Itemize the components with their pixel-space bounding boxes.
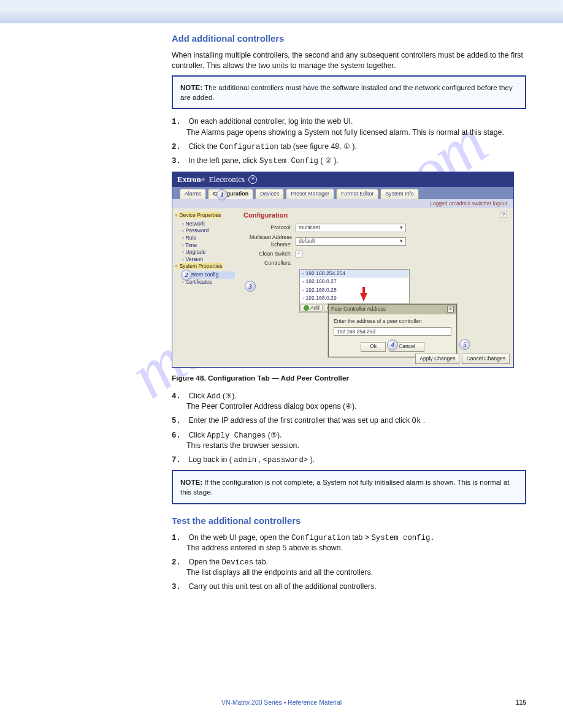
callout-2: 2 [181, 270, 192, 281]
select-value: multicast [299, 224, 320, 232]
note-label: NOTE: [180, 478, 202, 486]
ut-step-2: 2. Open the Devices tab. The list displa… [172, 557, 523, 578]
panel-title-row: Configuration ? [243, 211, 507, 220]
figure-caption: Figure 48. Configuration Tab — Add Peer … [172, 374, 526, 384]
select-value: default [299, 238, 315, 245]
step-num: 7. [172, 455, 186, 466]
key: Ok [412, 417, 421, 425]
step-text-b: tab (see figure 48, [280, 142, 343, 151]
add-button[interactable]: Add [301, 304, 323, 312]
select-protocol[interactable]: multicast ▾ [296, 224, 406, 232]
input-value: 192.168.254.253 [337, 328, 375, 335]
tree-item-network[interactable]: Network [182, 221, 235, 228]
step-tail: . [423, 416, 425, 425]
app-header: Extron ® Electronics [172, 172, 513, 187]
tab-configuration[interactable]: Configuration [208, 189, 253, 199]
step-post: The address entered in step 5 above is s… [186, 543, 343, 553]
footer-product: VN-Matrix 200 Series • Reference Materia… [221, 699, 342, 706]
tab-preset-manager[interactable]: Preset Manager [286, 189, 334, 199]
app-screenshot: Extron ® Electronics Alarms Configuratio… [172, 172, 514, 368]
login-strip[interactable]: Logged on:admin switcher logout [172, 199, 513, 209]
dialog-prompt: Enter the address of a peer controller: [334, 318, 451, 325]
apply-changes-button[interactable]: Apply Changes [415, 354, 459, 365]
step-6: 6. Click Apply Changes (⑤). This restart… [172, 430, 523, 451]
tree-folder-system-properties[interactable]: System Properties [175, 263, 235, 270]
controller-row[interactable]: 192.168.0.28 [300, 286, 409, 295]
step-text: On each additional controller, log into … [188, 117, 353, 126]
select-mcast[interactable]: default ▾ [296, 237, 406, 246]
config-panel: Configuration ? Protocol: multicast ▾ Mu… [237, 208, 513, 366]
checkbox-cleanswitch[interactable]: ✓ [296, 251, 302, 257]
close-icon[interactable]: × [447, 306, 454, 313]
controller-row[interactable]: 192.168.0.29 [300, 294, 409, 303]
step-text: Click the [188, 142, 220, 151]
nav-tree: Device Properties Network Password Role … [172, 208, 237, 366]
circled-ref: ② [325, 156, 332, 165]
tree-item-upgrade[interactable]: Upgrade [182, 249, 235, 256]
main-column: Add additional controllers When installi… [74, 31, 526, 596]
btn-label: Add [310, 305, 320, 311]
cancel-changes-button[interactable]: Cancel Changes [462, 354, 510, 365]
key: <password> [262, 456, 308, 464]
step-num: 6. [172, 431, 186, 441]
step-text: Carry out this unit test on all of the a… [188, 582, 376, 591]
note-text: The additional controllers must have the… [180, 83, 513, 101]
app-body: Device Properties Network Password Role … [172, 208, 513, 366]
intro-paragraph: When installing multiple controllers, th… [172, 50, 523, 70]
dialog-title: Peer Controller Address [331, 306, 386, 313]
key: Devices [221, 558, 253, 567]
tab-system-info[interactable]: System Info [380, 189, 418, 199]
step-tail: ). [310, 455, 315, 464]
step-num: 3. [172, 156, 186, 167]
ok-button[interactable]: Ok [361, 342, 386, 352]
note-label: NOTE: [180, 83, 202, 91]
step-2: 2. Click the Configuration tab (see figu… [172, 142, 523, 153]
row-controllers: Controllers: [243, 260, 507, 267]
tab-alarms[interactable]: Alarms [180, 189, 206, 199]
step-text-b: ( [320, 156, 323, 165]
arrow-down-icon [360, 293, 367, 301]
step-text-c: ). [352, 142, 357, 151]
tree-item-role[interactable]: Role [182, 235, 235, 242]
peer-address-input[interactable]: 192.168.254.253 [334, 327, 451, 336]
step-text: On the web UI page, open the [188, 533, 291, 542]
controller-row[interactable]: 192.168.254.254 [300, 270, 409, 278]
unit-test-heading: Test the additional controllers [172, 515, 526, 528]
step-5: 5. Enter the IP address of the first con… [172, 415, 523, 427]
step-text: Enter the IP address of the first contro… [188, 416, 412, 425]
row-protocol: Protocol: multicast ▾ [243, 224, 507, 232]
label-protocol: Protocol: [243, 224, 296, 232]
tree-item-password[interactable]: Password [182, 227, 235, 235]
key: admin [234, 456, 256, 464]
controller-row[interactable]: 192.168.0.27 [300, 278, 409, 286]
step-tail: (③). [223, 392, 237, 400]
chevron-down-icon: ▾ [400, 224, 403, 232]
ut-step-3: 3. Carry out this unit test on all of th… [172, 582, 523, 593]
apply-bar: Apply Changes Cancel Changes [415, 354, 510, 365]
mid: tab > [352, 533, 371, 542]
key: Configuration [291, 534, 350, 542]
chevron-down-icon: ▾ [400, 238, 403, 245]
label-cleanswitch: Clean Switch: [243, 251, 296, 258]
label-controllers: Controllers: [243, 260, 296, 267]
tree-item-certificates[interactable]: Certificates [182, 279, 235, 286]
tree-item-version[interactable]: Version [182, 256, 235, 264]
step-num: 2. [172, 558, 186, 568]
page-top-strip [0, 0, 563, 23]
tab-format-editor[interactable]: Format Editor [336, 189, 378, 199]
note-box-2: NOTE: If the configuration is not comple… [172, 470, 526, 504]
callout-3: 3 [245, 281, 256, 292]
help-icon[interactable]: ? [500, 211, 507, 218]
brand-logo-icon [248, 175, 257, 184]
step-text: In the left pane, click [188, 156, 259, 165]
footer-page-number: 115 [516, 699, 526, 706]
key: System Config [259, 157, 318, 165]
tree-item-time[interactable]: Time [182, 242, 235, 249]
step-text-b: The Alarms page opens showing a System n… [186, 127, 504, 138]
tab-devices[interactable]: Devices [255, 189, 284, 199]
row-mcast: Multicast Address Scheme: default ▾ [243, 234, 507, 249]
tree-folder-device-properties[interactable]: Device Properties [175, 212, 235, 219]
brand-name-2: Electronics [209, 174, 245, 185]
step-3: 3. In the left pane, click System Config… [172, 156, 523, 167]
step-num: 5. [172, 416, 186, 427]
